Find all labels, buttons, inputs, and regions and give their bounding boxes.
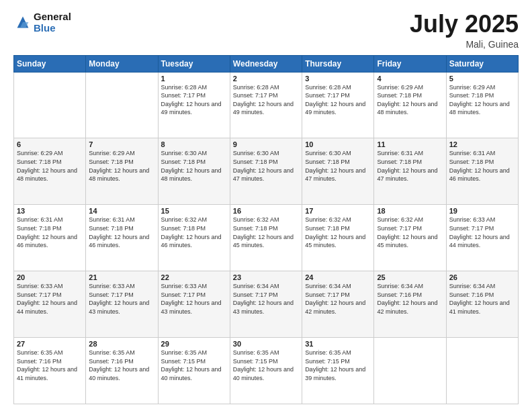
location-subtitle: Mali, Guinea <box>410 39 519 50</box>
day-number: 30 <box>233 340 299 348</box>
day-number: 23 <box>233 273 299 281</box>
day-info: Sunrise: 6:30 AM Sunset: 7:18 PM Dayligh… <box>161 149 227 183</box>
day-info: Sunrise: 6:28 AM Sunset: 7:17 PM Dayligh… <box>161 83 227 117</box>
calendar-cell: 18Sunrise: 6:32 AM Sunset: 7:17 PM Dayli… <box>374 205 446 271</box>
day-number: 13 <box>17 207 83 215</box>
day-info: Sunrise: 6:29 AM Sunset: 7:18 PM Dayligh… <box>449 83 515 117</box>
day-number: 24 <box>305 273 371 281</box>
calendar-cell: 14Sunrise: 6:31 AM Sunset: 7:18 PM Dayli… <box>86 205 158 271</box>
day-info: Sunrise: 6:35 AM Sunset: 7:16 PM Dayligh… <box>89 349 154 382</box>
day-number: 19 <box>449 207 515 215</box>
calendar-table: SundayMondayTuesdayWednesdayThursdayFrid… <box>13 55 519 404</box>
calendar-cell: 8Sunrise: 6:30 AM Sunset: 7:18 PM Daylig… <box>158 138 230 205</box>
calendar-cell: 6Sunrise: 6:29 AM Sunset: 7:18 PM Daylig… <box>14 138 86 205</box>
day-info: Sunrise: 6:34 AM Sunset: 7:16 PM Dayligh… <box>449 282 515 316</box>
calendar-cell: 22Sunrise: 6:33 AM Sunset: 7:17 PM Dayli… <box>158 271 230 338</box>
month-title: July 2025 <box>410 11 519 38</box>
calendar-day-header: Saturday <box>446 55 518 72</box>
title-area: July 2025 Mali, Guinea <box>410 11 519 50</box>
day-info: Sunrise: 6:30 AM Sunset: 7:18 PM Dayligh… <box>233 149 299 183</box>
calendar-cell: 11Sunrise: 6:31 AM Sunset: 7:18 PM Dayli… <box>374 138 446 205</box>
day-info: Sunrise: 6:30 AM Sunset: 7:18 PM Dayligh… <box>305 149 371 183</box>
calendar-cell <box>446 338 518 404</box>
calendar-header-row: SundayMondayTuesdayWednesdayThursdayFrid… <box>14 55 519 72</box>
calendar-day-header: Wednesday <box>230 55 302 72</box>
calendar-cell: 7Sunrise: 6:29 AM Sunset: 7:18 PM Daylig… <box>86 138 158 205</box>
day-info: Sunrise: 6:31 AM Sunset: 7:18 PM Dayligh… <box>449 149 515 183</box>
day-number: 16 <box>233 207 299 215</box>
day-info: Sunrise: 6:31 AM Sunset: 7:18 PM Dayligh… <box>17 216 83 249</box>
calendar-cell: 9Sunrise: 6:30 AM Sunset: 7:18 PM Daylig… <box>230 138 302 205</box>
day-info: Sunrise: 6:29 AM Sunset: 7:18 PM Dayligh… <box>89 149 154 183</box>
calendar-cell <box>374 338 446 404</box>
calendar-day-header: Friday <box>374 55 446 72</box>
calendar-cell: 1Sunrise: 6:28 AM Sunset: 7:17 PM Daylig… <box>158 72 230 138</box>
day-number: 7 <box>89 140 154 148</box>
calendar-cell: 13Sunrise: 6:31 AM Sunset: 7:18 PM Dayli… <box>14 205 86 271</box>
calendar-cell: 23Sunrise: 6:34 AM Sunset: 7:17 PM Dayli… <box>230 271 302 338</box>
day-info: Sunrise: 6:34 AM Sunset: 7:17 PM Dayligh… <box>305 282 371 316</box>
calendar-cell: 2Sunrise: 6:28 AM Sunset: 7:17 PM Daylig… <box>230 72 302 138</box>
day-number: 4 <box>377 75 443 83</box>
page: General Blue July 2025 Mali, Guinea Sund… <box>0 0 532 411</box>
day-number: 2 <box>233 75 299 83</box>
day-info: Sunrise: 6:32 AM Sunset: 7:18 PM Dayligh… <box>161 216 227 249</box>
calendar-cell: 25Sunrise: 6:34 AM Sunset: 7:16 PM Dayli… <box>374 271 446 338</box>
calendar-day-header: Monday <box>86 55 158 72</box>
day-number: 25 <box>377 273 443 281</box>
calendar-day-header: Thursday <box>302 55 374 72</box>
calendar-cell <box>14 72 86 138</box>
calendar-cell: 17Sunrise: 6:32 AM Sunset: 7:18 PM Dayli… <box>302 205 374 271</box>
day-number: 20 <box>17 273 83 281</box>
calendar-cell <box>86 72 158 138</box>
day-info: Sunrise: 6:35 AM Sunset: 7:16 PM Dayligh… <box>17 349 83 382</box>
day-info: Sunrise: 6:28 AM Sunset: 7:17 PM Dayligh… <box>305 83 371 117</box>
day-info: Sunrise: 6:34 AM Sunset: 7:16 PM Dayligh… <box>377 282 443 316</box>
day-info: Sunrise: 6:33 AM Sunset: 7:17 PM Dayligh… <box>161 282 227 316</box>
calendar-week-row: 27Sunrise: 6:35 AM Sunset: 7:16 PM Dayli… <box>14 338 519 404</box>
calendar-cell: 10Sunrise: 6:30 AM Sunset: 7:18 PM Dayli… <box>302 138 374 205</box>
day-number: 14 <box>89 207 154 215</box>
day-info: Sunrise: 6:31 AM Sunset: 7:18 PM Dayligh… <box>89 216 154 249</box>
calendar-cell: 3Sunrise: 6:28 AM Sunset: 7:17 PM Daylig… <box>302 72 374 138</box>
calendar-week-row: 13Sunrise: 6:31 AM Sunset: 7:18 PM Dayli… <box>14 205 519 271</box>
day-number: 6 <box>17 140 83 148</box>
day-number: 31 <box>305 340 371 348</box>
day-number: 21 <box>89 273 154 281</box>
day-info: Sunrise: 6:35 AM Sunset: 7:15 PM Dayligh… <box>233 349 299 382</box>
day-number: 9 <box>233 140 299 148</box>
calendar-cell: 15Sunrise: 6:32 AM Sunset: 7:18 PM Dayli… <box>158 205 230 271</box>
day-info: Sunrise: 6:32 AM Sunset: 7:18 PM Dayligh… <box>305 216 371 249</box>
logo-icon <box>13 13 32 32</box>
calendar-cell: 19Sunrise: 6:33 AM Sunset: 7:17 PM Dayli… <box>446 205 518 271</box>
day-number: 17 <box>305 207 371 215</box>
calendar-cell: 12Sunrise: 6:31 AM Sunset: 7:18 PM Dayli… <box>446 138 518 205</box>
calendar-week-row: 1Sunrise: 6:28 AM Sunset: 7:17 PM Daylig… <box>14 72 519 138</box>
day-info: Sunrise: 6:35 AM Sunset: 7:15 PM Dayligh… <box>305 349 371 382</box>
calendar-day-header: Tuesday <box>158 55 230 72</box>
day-number: 27 <box>17 340 83 348</box>
day-info: Sunrise: 6:29 AM Sunset: 7:18 PM Dayligh… <box>377 83 443 117</box>
day-number: 10 <box>305 140 371 148</box>
day-number: 12 <box>449 140 515 148</box>
calendar-cell: 5Sunrise: 6:29 AM Sunset: 7:18 PM Daylig… <box>446 72 518 138</box>
day-info: Sunrise: 6:33 AM Sunset: 7:17 PM Dayligh… <box>17 282 83 316</box>
calendar-week-row: 20Sunrise: 6:33 AM Sunset: 7:17 PM Dayli… <box>14 271 519 338</box>
day-number: 28 <box>89 340 154 348</box>
calendar-cell: 16Sunrise: 6:32 AM Sunset: 7:18 PM Dayli… <box>230 205 302 271</box>
calendar-cell: 30Sunrise: 6:35 AM Sunset: 7:15 PM Dayli… <box>230 338 302 404</box>
calendar-day-header: Sunday <box>14 55 86 72</box>
calendar-cell: 29Sunrise: 6:35 AM Sunset: 7:15 PM Dayli… <box>158 338 230 404</box>
calendar-cell: 27Sunrise: 6:35 AM Sunset: 7:16 PM Dayli… <box>14 338 86 404</box>
header: General Blue July 2025 Mali, Guinea <box>13 11 519 50</box>
calendar-cell: 31Sunrise: 6:35 AM Sunset: 7:15 PM Dayli… <box>302 338 374 404</box>
day-number: 18 <box>377 207 443 215</box>
day-number: 11 <box>377 140 443 148</box>
day-number: 1 <box>161 75 227 83</box>
day-info: Sunrise: 6:31 AM Sunset: 7:18 PM Dayligh… <box>377 149 443 183</box>
day-info: Sunrise: 6:32 AM Sunset: 7:17 PM Dayligh… <box>377 216 443 249</box>
logo: General Blue <box>13 11 71 34</box>
day-info: Sunrise: 6:33 AM Sunset: 7:17 PM Dayligh… <box>449 216 515 249</box>
calendar-cell: 24Sunrise: 6:34 AM Sunset: 7:17 PM Dayli… <box>302 271 374 338</box>
day-number: 5 <box>449 75 515 83</box>
